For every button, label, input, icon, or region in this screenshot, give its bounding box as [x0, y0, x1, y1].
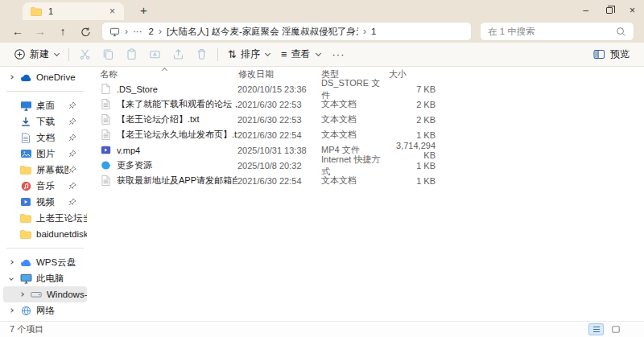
sidebar-item-screenshots[interactable]: 屏幕截图: [3, 162, 87, 178]
this-pc-icon: [19, 273, 32, 284]
expand-chevron-icon[interactable]: [14, 293, 30, 296]
sidebar-item-windows-ssd[interactable]: Windows-SSD: [3, 286, 87, 302]
sidebar-item-music[interactable]: 音乐: [3, 178, 87, 194]
file-size: 1 KB: [389, 130, 436, 140]
file-row[interactable]: 更多资源 2025/10/8 20:32 Internet 快捷方式 1 KB: [90, 158, 644, 173]
sidebar-item-label: 音乐: [36, 180, 68, 192]
close-button[interactable]: ×: [621, 0, 644, 20]
details-view-button[interactable]: [588, 323, 604, 335]
sidebar-item-folder2[interactable]: baidunetdiskdownload: [3, 226, 87, 242]
sidebar-item-documents[interactable]: 文档: [3, 129, 87, 146]
address-bar[interactable]: › ··· 2 › [大陆名人] 赵今麦-家庭聚会 淫魔叔叔侵犯了身为侄女的我 …: [101, 22, 472, 41]
rename-icon: [149, 48, 161, 60]
desktop-icon: [19, 101, 32, 111]
sidebar-item-wps-cloud[interactable]: WPS云盘: [3, 254, 87, 270]
breadcrumb-current[interactable]: 1: [371, 27, 376, 36]
breadcrumb-folder[interactable]: [大陆名人] 赵今麦-家庭聚会 淫魔叔叔侵犯了身为侄女的我: [167, 26, 358, 38]
sidebar-item-network[interactable]: 网络: [3, 302, 87, 319]
explorer-tab[interactable]: 1 ×: [23, 2, 124, 20]
status-bar: 7 个项目: [0, 321, 644, 337]
expand-chevron-icon[interactable]: [3, 76, 19, 79]
file-row[interactable]: 【老王论坛永久地址发布页】.txt 2021/6/30 22:54 文本文档 1…: [90, 127, 644, 142]
sidebar-item-label: 下载: [36, 116, 68, 128]
text-file-icon: [100, 114, 111, 125]
more-options-button[interactable]: ···: [326, 48, 352, 60]
column-header-type[interactable]: 类型: [321, 68, 389, 80]
minimize-button[interactable]: –: [574, 0, 597, 20]
view-button-label: 查看: [291, 47, 311, 61]
sidebar-item-onedrive[interactable]: OneDrive: [3, 69, 87, 85]
sidebar-item-desktop[interactable]: 桌面: [3, 97, 87, 113]
sidebar-item-pictures[interactable]: 图片: [3, 146, 87, 162]
text-file-icon: [100, 129, 111, 140]
scissors-icon: [79, 48, 91, 60]
search-input[interactable]: [488, 27, 616, 36]
expand-chevron-icon[interactable]: [3, 261, 19, 264]
column-header-name[interactable]: 名称: [100, 68, 237, 80]
sidebar-item-label: 文档: [36, 132, 68, 144]
title-bar: 1 × + – ×: [0, 0, 644, 20]
file-size: 2 KB: [389, 115, 436, 125]
file-date: 2021/6/30 22:54: [237, 176, 321, 186]
document-icon: [19, 133, 32, 143]
new-tab-button[interactable]: +: [135, 3, 152, 17]
column-header-size[interactable]: 大小: [389, 68, 436, 80]
view-button[interactable]: ≡ 查看: [275, 45, 326, 64]
file-size: 1 KB: [389, 161, 436, 171]
share-icon: [172, 48, 184, 60]
restore-button[interactable]: [597, 0, 621, 20]
sidebar-item-label: 桌面: [36, 100, 68, 112]
breadcrumb-parent[interactable]: 2: [149, 27, 154, 36]
file-name: 更多资源: [117, 159, 237, 171]
file-size: 1 KB: [389, 176, 436, 186]
chevron-down-icon: [315, 50, 320, 55]
window-controls: – ×: [574, 0, 644, 20]
copy-icon: [102, 48, 114, 60]
pin-icon: [68, 101, 76, 109]
item-count: 7 个项目: [10, 323, 43, 335]
file-row[interactable]: 获取最新地址及APP请发邮箱自动获取.txt 2021/6/30 22:54 文…: [90, 173, 644, 188]
back-button[interactable]: ←: [6, 22, 29, 41]
details-view-icon: [592, 326, 601, 333]
refresh-button[interactable]: [74, 22, 97, 41]
sidebar-item-downloads[interactable]: 下载: [3, 113, 87, 129]
pin-icon: [68, 150, 76, 158]
file-size: 7 KB: [389, 84, 436, 94]
up-button[interactable]: ↑: [52, 22, 74, 41]
sidebar-item-this-pc[interactable]: 此电脑: [3, 270, 87, 286]
sort-button-label: 排序: [241, 47, 260, 61]
breadcrumb-separator: ›: [125, 26, 128, 37]
pin-icon: [68, 182, 76, 190]
sidebar-item-label: 此电脑: [36, 273, 87, 285]
file-date: 2025/10/31 13:38: [237, 146, 321, 155]
column-header-date[interactable]: 修改日期: [237, 68, 321, 80]
new-button[interactable]: 新建: [8, 45, 64, 64]
pin-icon: [68, 166, 76, 174]
file-row[interactable]: .DS_Store 2020/10/15 23:36 DS_STORE 文件 7…: [90, 81, 644, 97]
network-icon: [19, 306, 32, 316]
column-headers: 名称 修改日期 类型 大小: [90, 68, 644, 81]
thumbnails-view-button[interactable]: [608, 323, 623, 335]
preview-panel-icon: [593, 49, 605, 60]
sidebar-item-videos[interactable]: 视频: [3, 194, 87, 210]
file-row[interactable]: 【老王论坛介绍】.txt 2021/6/30 22:53 文本文档 2 KB: [90, 112, 644, 127]
preview-toggle-button[interactable]: 预览: [587, 47, 636, 61]
sidebar-item-folder1[interactable]: 上老王论坛当老王: [3, 210, 87, 226]
sort-button[interactable]: ⇅ 排序: [222, 45, 275, 64]
file-row[interactable]: 【来了就能下载和观看的论坛，纯免费！】.txt 2021/6/30 22:53 …: [90, 97, 644, 112]
sort-icon: ⇅: [228, 49, 237, 60]
sidebar-item-label: 图片: [36, 148, 68, 160]
toolbar-divider: [217, 48, 218, 61]
forward-button: →: [29, 22, 52, 41]
breadcrumb-ellipsis[interactable]: ···: [133, 27, 142, 36]
file-name: 【老王论坛介绍】.txt: [117, 113, 237, 125]
sidebar-item-label: Windows-SSD: [47, 290, 87, 299]
file-date: 2021/6/30 22:53: [237, 115, 321, 125]
tab-close-icon[interactable]: ×: [105, 6, 119, 17]
collapse-chevron-icon[interactable]: [3, 277, 19, 280]
rename-button: [143, 45, 167, 64]
expand-chevron-icon[interactable]: [3, 309, 19, 312]
file-name: v.mp4: [117, 146, 237, 155]
file-date: 2021/6/30 22:54: [237, 130, 321, 140]
chevron-down-icon: [265, 50, 270, 55]
